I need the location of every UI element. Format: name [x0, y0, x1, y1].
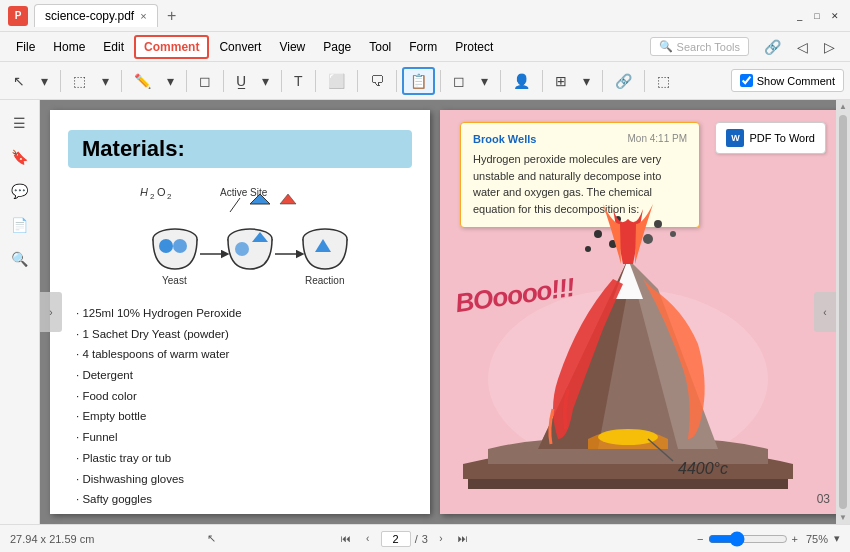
sep12 [602, 70, 603, 92]
zoom-dropdown-icon[interactable]: ▾ [834, 532, 840, 545]
text-btn[interactable]: T [287, 67, 310, 95]
back-button[interactable]: ◁ [790, 33, 815, 61]
forward-button[interactable]: ▷ [817, 33, 842, 61]
prev-page-button[interactable]: ‹ [359, 530, 377, 548]
comment-time: Mon 4:11 PM [628, 133, 687, 144]
sep11 [542, 70, 543, 92]
link-btn[interactable]: 🔗 [608, 67, 639, 95]
scroll-left-arrow[interactable]: › [40, 292, 62, 332]
cursor-btn[interactable]: ↖ [6, 67, 32, 95]
menu-bar: File Home Edit Comment Convert View Page… [0, 32, 850, 62]
search-icon: 🔍 [659, 40, 673, 53]
add-tab-button[interactable]: + [162, 6, 182, 26]
list-item: · Funnel [68, 427, 412, 448]
sep13 [644, 70, 645, 92]
page-container: Materials: H 2 O 2 Active Site [40, 100, 850, 524]
app-icon: P [8, 6, 28, 26]
sidebar-icon-attachments[interactable]: 📄 [5, 210, 35, 240]
sidebar-icon-comments[interactable]: 💬 [5, 176, 35, 206]
zoom-out-icon[interactable]: − [697, 533, 703, 545]
show-comment-checkbox[interactable] [740, 74, 753, 87]
svg-point-27 [670, 231, 676, 237]
note-btn[interactable]: 📋 [402, 67, 435, 95]
list-item: · Safty goggles [68, 489, 412, 510]
page-number: 03 [817, 492, 830, 506]
scroll-right-arrow[interactable]: ‹ [814, 292, 836, 332]
select-btn[interactable]: ⬚ [66, 67, 93, 95]
sep10 [500, 70, 501, 92]
dropdown-btn5[interactable]: ▾ [474, 67, 495, 95]
zoom-slider[interactable] [708, 531, 788, 547]
callout-btn[interactable]: 🗨 [363, 67, 391, 95]
window-controls: ⎯ □ ✕ [792, 9, 842, 23]
menu-comment[interactable]: Comment [134, 35, 209, 59]
scroll-down-arrow[interactable]: ▼ [839, 513, 847, 522]
area-btn[interactable]: ⬚ [650, 67, 677, 95]
svg-point-28 [585, 246, 591, 252]
close-tab-button[interactable]: × [140, 10, 146, 22]
list-item: · Dishwashing gloves [68, 469, 412, 490]
dropdown-btn6[interactable]: ▾ [576, 67, 597, 95]
pdf-to-word-button[interactable]: W PDF To Word [715, 122, 826, 154]
underline-btn[interactable]: U̲ [229, 67, 253, 95]
stamp-btn[interactable]: 👤 [506, 67, 537, 95]
first-page-button[interactable]: ⏮ [337, 530, 355, 548]
volcano-container: 4400°c [440, 179, 815, 489]
pencil-btn[interactable]: ✏️ [127, 67, 158, 95]
menu-edit[interactable]: Edit [95, 37, 132, 57]
menu-convert[interactable]: Convert [211, 37, 269, 57]
sidebar-icon-bookmarks[interactable]: 🔖 [5, 142, 35, 172]
svg-point-12 [235, 242, 249, 256]
page-number-input[interactable] [381, 531, 411, 547]
menu-page[interactable]: Page [315, 37, 359, 57]
maximize-button[interactable]: □ [810, 9, 824, 23]
minimize-button[interactable]: ⎯ [792, 9, 806, 23]
diagram-svg: H 2 O 2 Active Site [130, 184, 350, 289]
svg-point-10 [173, 239, 187, 253]
textbox-btn[interactable]: ⬜ [321, 67, 352, 95]
dropdown-btn2[interactable]: ▾ [95, 67, 116, 95]
sep8 [396, 70, 397, 92]
sep5 [281, 70, 282, 92]
last-page-button[interactable]: ⏭ [454, 530, 472, 548]
show-comment-label: Show Comment [757, 75, 835, 87]
show-comment-button[interactable]: Show Comment [731, 69, 844, 92]
toolbar: ↖ ▾ ⬚ ▾ ✏️ ▾ ◻ U̲ ▾ T ⬜ 🗨 📋 ◻ ▾ 👤 ⊞ ▾ 🔗 … [0, 62, 850, 100]
cursor-icon: ↖ [207, 532, 216, 545]
menu-tool[interactable]: Tool [361, 37, 399, 57]
external-link-button[interactable]: 🔗 [757, 33, 788, 61]
menu-protect[interactable]: Protect [447, 37, 501, 57]
close-window-button[interactable]: ✕ [828, 9, 842, 23]
zoom-in-icon[interactable]: + [792, 533, 798, 545]
scroll-up-arrow[interactable]: ▲ [839, 102, 847, 111]
vertical-scrollbar[interactable]: ▲ ▼ [836, 100, 850, 524]
file-tab[interactable]: science-copy.pdf × [34, 4, 158, 27]
svg-text:2: 2 [150, 192, 155, 201]
eraser-btn[interactable]: ◻ [192, 67, 218, 95]
page-navigation: ⏮ ‹ / 3 › ⏭ [337, 530, 472, 548]
menu-view[interactable]: View [271, 37, 313, 57]
group-btn[interactable]: ⊞ [548, 67, 574, 95]
pdf-to-word-label: PDF To Word [749, 132, 815, 144]
scroll-thumb[interactable] [839, 115, 847, 509]
dropdown-btn4[interactable]: ▾ [255, 67, 276, 95]
dropdown-btn1[interactable]: ▾ [34, 67, 55, 95]
sidebar-icon-pages[interactable]: ☰ [5, 108, 35, 138]
svg-line-5 [230, 198, 240, 212]
sep4 [223, 70, 224, 92]
materials-content: Materials: H 2 O 2 Active Site [50, 110, 430, 514]
left-nav-panel: › [40, 292, 62, 332]
next-page-button[interactable]: › [432, 530, 450, 548]
menu-home[interactable]: Home [45, 37, 93, 57]
svg-text:Yeast: Yeast [162, 275, 187, 286]
bottom-bar: 27.94 x 21.59 cm ↖ ⏮ ‹ / 3 › ⏭ − + 75% ▾ [0, 524, 850, 552]
sep6 [315, 70, 316, 92]
word-icon: W [726, 129, 744, 147]
menu-form[interactable]: Form [401, 37, 445, 57]
dropdown-btn3[interactable]: ▾ [160, 67, 181, 95]
sidebar-icon-search[interactable]: 🔍 [5, 244, 35, 274]
sep2 [121, 70, 122, 92]
shape-btn[interactable]: ◻ [446, 67, 472, 95]
menu-file[interactable]: File [8, 37, 43, 57]
search-tools-placeholder: Search Tools [677, 41, 740, 53]
